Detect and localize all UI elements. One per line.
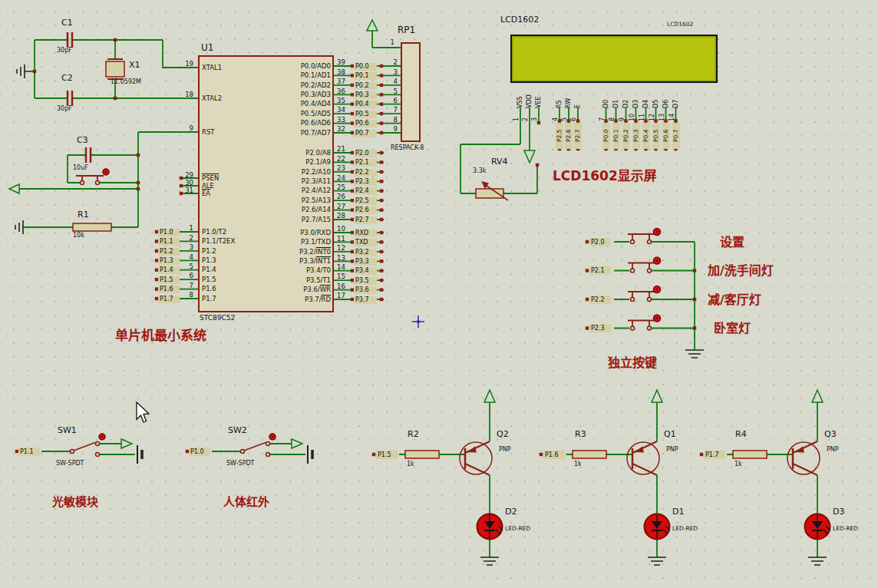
ground-symbols: [15, 64, 827, 565]
caption-pir: 人体红外: [223, 496, 269, 509]
power-up-arrow-icon: [367, 20, 378, 31]
ground-icon: [648, 557, 666, 565]
crystal-body: [106, 61, 124, 77]
respack-body[interactable]: [401, 42, 421, 142]
d1-ref: D1: [672, 507, 684, 516]
net-label-p1-1: P1.1: [18, 448, 40, 456]
pin-num-xtal2: 18: [181, 91, 193, 98]
d2-type: LED-RED: [505, 526, 530, 532]
lcd-pwr-pin-nums: 123: [512, 110, 540, 121]
mcu-p3-pin-nums: 1011121314151617: [337, 228, 345, 304]
ground-icon: [15, 220, 23, 234]
net-label-p2-0: P2.0: [589, 238, 611, 246]
lcd-title: LCD1602: [500, 15, 539, 24]
c2-ref: C2: [61, 74, 73, 82]
d1-type: LED-RED: [672, 526, 698, 532]
mcu-ctrl-pin-nums: 293031: [180, 174, 193, 197]
mcu-p0-pin-names: P0.0/AD0P0.1/AD1P0.2/AD2P0.3/AD3P0.4/AD4…: [230, 61, 331, 137]
sw2-part: SW-SPDT: [226, 461, 255, 467]
d3-led: [805, 514, 831, 540]
resistor-r1-body: [73, 223, 111, 231]
net-label-p1-6: P1.6: [543, 451, 565, 459]
caption-light-sensor: 光敏模块: [52, 496, 98, 509]
respack-pin1-num: 1: [384, 39, 394, 46]
capacitor-c2-icon: [68, 91, 72, 106]
pin-name-xtal1: XTAL1: [202, 64, 222, 71]
capacitor-c1-icon: [68, 32, 72, 48]
r3-value: 1k: [574, 461, 582, 467]
resistor-r4-body: [733, 451, 767, 458]
sw1-switch[interactable]: [71, 434, 106, 457]
rv4-potentiometer[interactable]: [476, 181, 508, 200]
p2-net-labels: P2.0P2.1P2.2P2.3P2.4P2.5P2.6P2.7: [354, 148, 377, 224]
r2-ref: R2: [408, 430, 419, 438]
ground-icon: [480, 557, 499, 565]
d1-led: [645, 514, 671, 540]
mcu-p2-pin-nums: 2122232425262728: [337, 148, 345, 224]
q1-type: PNP: [666, 447, 678, 453]
q1-transistor: [627, 441, 659, 475]
power-right-arrow-icon: [292, 439, 302, 448]
lcd-data-pin-names: D0D1D2D3D4D5D6D7: [601, 85, 681, 108]
power-up-arrow-icon: [484, 390, 495, 402]
sw2-switch[interactable]: [241, 434, 276, 457]
ground-icon: [17, 64, 25, 78]
key-caption-3: 卧室灯: [714, 322, 751, 335]
lcd-ctl-pin-names: RSRWE: [555, 85, 583, 108]
d3-type: LED-RED: [833, 526, 858, 532]
mcu-p1-pin-nums: 12345678: [180, 227, 193, 303]
pot-body: [476, 189, 503, 198]
pnp-arrow-icon: [795, 447, 804, 453]
key-caption-2: 减/客厅灯: [708, 293, 761, 307]
lcd-ctl-pin-nums: 456: [551, 110, 579, 121]
power-left-arrow-icon: [9, 184, 19, 193]
r4-ref: R4: [735, 430, 747, 438]
q2-type: PNP: [499, 447, 511, 453]
p3-net-labels: RXDTXDP3.2P3.3P3.4P3.5P3.6P3.7: [354, 228, 377, 304]
q3-transistor: [787, 441, 820, 475]
p1-net-labels: P1.0P1.1P1.2P1.3P1.4P1.5P1.6P1.7: [158, 227, 180, 303]
q2-ref: Q2: [497, 430, 509, 438]
r1-ref: R1: [78, 210, 89, 219]
switch-lever: [244, 443, 266, 451]
lcd-inner-label: LCD1602: [667, 21, 693, 28]
d2-ref: D2: [505, 507, 517, 516]
key-caption-0: 设置: [720, 236, 744, 249]
switch-lever: [74, 443, 95, 451]
pin-num-rst: 9: [181, 125, 193, 132]
d2-led: [477, 514, 503, 540]
rv4-ref: RV4: [491, 157, 508, 166]
r4-value: 1k: [734, 461, 742, 467]
d3-ref: D3: [833, 507, 844, 516]
power-right-arrow-icon: [121, 439, 132, 448]
sw1-ref: SW1: [58, 426, 77, 434]
pin-num-xtal1: 19: [181, 61, 193, 68]
q3-ref: Q3: [824, 430, 837, 438]
pin-name-rst: RST: [202, 129, 215, 136]
mcu-p3-pin-names: P3.0/RXDP3.1/TXDP3.2/INT0P3.3/INT1P3.4/T…: [230, 228, 331, 304]
power-up-arrow-icon: [652, 390, 662, 402]
net-label-p2-3: P2.3: [589, 324, 611, 332]
schematic-canvas: U1 STC89C52 XTAL1 19 XTAL2 18 RST 9 PSEN…: [0, 0, 878, 588]
pin-name-xtal2: XTAL2: [202, 95, 222, 102]
key-caption-1: 加/洗手间灯: [708, 264, 774, 278]
c2-value: 30pF: [57, 106, 72, 112]
r1-value: 10k: [73, 233, 84, 239]
respack-pin-nums: 23456789: [385, 61, 398, 137]
c3-value: 10uF: [73, 165, 88, 171]
lcd-screen[interactable]: [510, 35, 718, 83]
caption-lcd-screen: LCD1602显示屏: [553, 169, 657, 183]
x1-ref: X1: [129, 61, 140, 69]
lcd-data-net-labels: P0.0P0.1P0.2P0.3P0.4P0.5P0.6P0.7: [601, 123, 681, 149]
x1-value: 11.0592M: [111, 79, 141, 85]
r2-value: 1k: [407, 461, 414, 467]
p0-net-labels: P0.0P0.1P0.2P0.3P0.4P0.5P0.6P0.7: [354, 61, 377, 137]
q2-transistor: [460, 441, 492, 475]
net-label-p1-7: P1.7: [704, 451, 725, 459]
mcu-part: STC89C52: [200, 315, 235, 322]
power-up-arrow-icon: [812, 390, 823, 402]
origin-marker-icon: [412, 315, 424, 328]
mcu-ref: U1: [201, 43, 213, 52]
lcd-data-pin-nums: 7891011121314: [597, 110, 677, 121]
lcd-ctl-net-labels: P2.5P2.6P2.7: [555, 123, 583, 149]
